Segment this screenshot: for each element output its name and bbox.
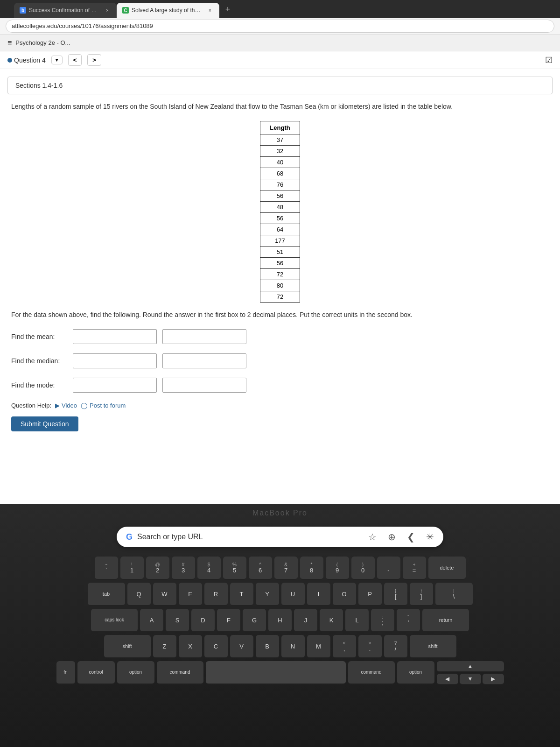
table-row: 32 <box>260 146 300 157</box>
key-quote[interactable]: "' <box>397 609 420 632</box>
key-backtick[interactable]: ~` <box>95 557 118 580</box>
key-control[interactable]: control <box>77 661 115 684</box>
gear-icon[interactable]: ✳ <box>426 531 434 543</box>
video-help-link[interactable]: ▶ Video <box>55 402 77 409</box>
tab2-close[interactable]: × <box>206 7 214 14</box>
key-u[interactable]: U <box>281 583 305 606</box>
next-question-button[interactable]: > <box>87 54 101 66</box>
key-9[interactable]: (9 <box>326 557 349 580</box>
omnibox-placeholder[interactable]: Search or type URL <box>137 533 203 541</box>
key-bracket-left[interactable]: {[ <box>384 583 407 606</box>
key-comma[interactable]: <, <box>333 635 356 658</box>
mean-units-input[interactable] <box>162 329 246 344</box>
key-g[interactable]: G <box>243 609 266 632</box>
key-command-left[interactable]: command <box>157 661 203 684</box>
key-arrow-down[interactable]: ▼ <box>460 674 481 685</box>
tab1-label: Success Confirmation of Ques <box>29 7 101 14</box>
key-2[interactable]: @2 <box>146 557 169 580</box>
new-tab-button[interactable]: + <box>221 3 234 16</box>
key-fn[interactable]: fn <box>56 661 75 684</box>
key-command-right[interactable]: command <box>348 661 395 684</box>
key-a[interactable]: A <box>140 609 163 632</box>
key-arrow-up[interactable]: ▲ <box>437 661 504 672</box>
key-6[interactable]: ^6 <box>249 557 272 580</box>
plus-circle-icon[interactable]: ⊕ <box>388 531 396 543</box>
key-space[interactable] <box>206 661 346 684</box>
prev-question-button[interactable]: < <box>68 54 82 66</box>
question-dropdown-button[interactable]: ▼ <box>51 56 63 64</box>
key-4[interactable]: $4 <box>197 557 221 580</box>
tab1-close[interactable]: × <box>104 7 111 14</box>
key-e[interactable]: E <box>179 583 202 606</box>
length-table: Length 3732406876564856641775156728072 <box>260 121 300 303</box>
key-arrow-right[interactable]: ▶ <box>483 674 504 685</box>
median-units-input[interactable] <box>162 353 246 368</box>
tab-success-confirmation[interactable]: b Success Confirmation of Ques × <box>14 3 117 18</box>
key-o[interactable]: O <box>333 583 356 606</box>
key-bracket-right[interactable]: }] <box>410 583 433 606</box>
hamburger-icon[interactable]: ≡ <box>7 39 12 47</box>
key-f[interactable]: F <box>217 609 240 632</box>
forum-help-link[interactable]: ◯ Post to forum <box>81 402 126 409</box>
key-l[interactable]: L <box>345 609 369 632</box>
key-k[interactable]: K <box>320 609 343 632</box>
key-equals[interactable]: += <box>403 557 426 580</box>
key-d[interactable]: D <box>191 609 215 632</box>
key-backslash[interactable]: |\ <box>435 583 473 606</box>
key-option-left[interactable]: option <box>117 661 154 684</box>
key-option-right[interactable]: option <box>397 661 434 684</box>
key-return[interactable]: return <box>422 609 469 632</box>
key-p[interactable]: P <box>358 583 382 606</box>
median-value-input[interactable] <box>73 353 157 368</box>
key-r[interactable]: R <box>204 583 228 606</box>
key-semicolon[interactable]: :; <box>371 609 394 632</box>
key-5[interactable]: %5 <box>223 557 246 580</box>
mode-value-input[interactable] <box>73 378 157 393</box>
key-z[interactable]: Z <box>153 635 176 658</box>
key-v[interactable]: V <box>230 635 253 658</box>
key-8[interactable]: *8 <box>300 557 323 580</box>
bookmark-star-icon[interactable]: ☆ <box>368 531 377 543</box>
key-caps-lock[interactable]: caps lock <box>91 609 138 632</box>
key-arrow-left[interactable]: ◀ <box>437 674 458 685</box>
submit-question-button[interactable]: Submit Question <box>11 416 78 431</box>
tab2-label: Solved A large study of the he <box>132 7 203 14</box>
key-tab[interactable]: tab <box>88 583 125 606</box>
mean-value-input[interactable] <box>73 329 157 344</box>
key-0[interactable]: )0 <box>351 557 375 580</box>
key-q[interactable]: Q <box>127 583 151 606</box>
mode-units-input[interactable] <box>162 378 246 393</box>
key-period[interactable]: >. <box>358 635 382 658</box>
key-3[interactable]: #3 <box>172 557 195 580</box>
key-j[interactable]: J <box>294 609 317 632</box>
mean-row: Find the mean: <box>11 329 549 344</box>
omnibox-bar[interactable]: G Search or type URL ☆ ⊕ ❮ ✳ <box>117 527 443 547</box>
question-status-dot <box>7 58 12 63</box>
settings-icon[interactable]: ❮ <box>407 531 415 543</box>
key-shift-right[interactable]: shift <box>410 635 456 658</box>
key-minus[interactable]: _- <box>377 557 400 580</box>
bookmark-icon[interactable]: ☑ <box>545 55 553 65</box>
key-n[interactable]: N <box>281 635 305 658</box>
key-x[interactable]: X <box>179 635 202 658</box>
post-icon: ◯ <box>81 402 88 409</box>
url-bar[interactable]: attlecolleges.edu/courses/10176/assignme… <box>6 20 554 33</box>
key-shift-left[interactable]: shift <box>104 635 151 658</box>
table-row: 56 <box>260 190 300 202</box>
key-h[interactable]: H <box>268 609 292 632</box>
key-row-asdf: caps lock A S D F G H J K L :; "' return <box>91 609 469 632</box>
key-1[interactable]: !1 <box>120 557 144 580</box>
key-slash[interactable]: ?/ <box>384 635 407 658</box>
table-row: 48 <box>260 202 300 213</box>
key-delete[interactable]: delete <box>428 557 466 580</box>
key-w[interactable]: W <box>153 583 176 606</box>
key-m[interactable]: M <box>307 635 330 658</box>
key-7[interactable]: &7 <box>274 557 298 580</box>
key-b[interactable]: B <box>256 635 279 658</box>
key-s[interactable]: S <box>166 609 189 632</box>
key-y[interactable]: Y <box>256 583 279 606</box>
key-t[interactable]: T <box>230 583 253 606</box>
key-c[interactable]: C <box>204 635 228 658</box>
tab-solved[interactable]: C Solved A large study of the he × <box>117 3 219 18</box>
key-i[interactable]: I <box>307 583 330 606</box>
